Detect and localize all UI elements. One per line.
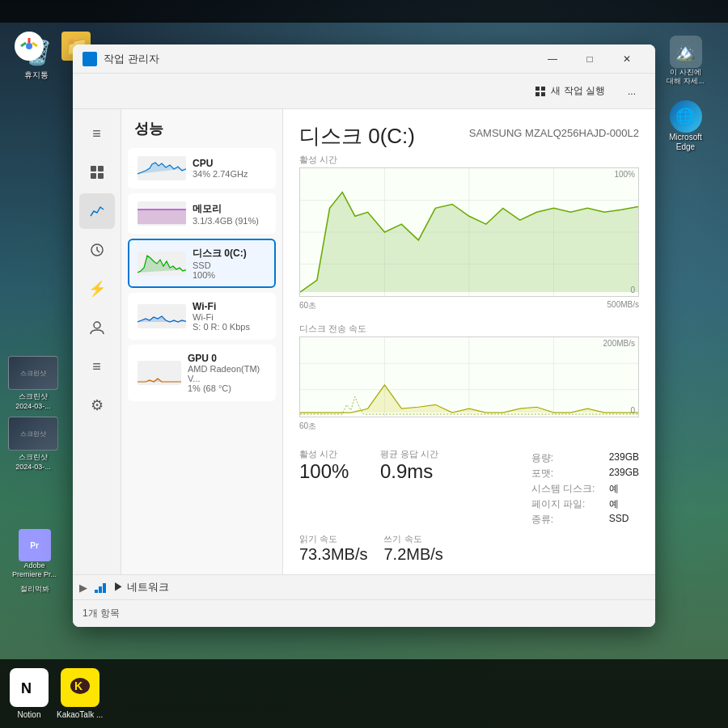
active-time-label: 활성 시간: [299, 154, 639, 166]
gpu-detail: AMD Radeon(TM) V...: [188, 364, 266, 383]
pagefile-key: 페이지 파일:: [531, 497, 596, 511]
network-row[interactable]: ▶ ▶ 네트워크: [73, 575, 655, 599]
svg-text:K: K: [74, 679, 83, 692]
edge-icon[interactable]: 🌐 MicrosoftEdge: [659, 97, 712, 155]
sidebar-item-performance[interactable]: [79, 193, 115, 229]
disk-main-title: 디스크 0(C:): [299, 122, 415, 150]
active-time-stat: 활성 시간 100%: [299, 448, 364, 528]
chrome-icon-desktop[interactable]: [8, 28, 50, 66]
avg-response-value: 0.9ms: [380, 460, 445, 483]
read-speed-value: 73.3MB/s: [299, 545, 367, 564]
new-task-button[interactable]: 새 작업 실행: [528, 81, 612, 101]
perf-item-cpu[interactable]: CPU 34% 2.74GHz: [128, 148, 276, 188]
notion-taskbar-icon[interactable]: N Notion: [10, 668, 49, 719]
maximize-button[interactable]: □: [571, 47, 608, 71]
sidebar-item-processes[interactable]: [79, 154, 115, 190]
disk-title-row: 디스크 0(C:) SAMSUNG MZALQ256HAJD-000L2: [299, 122, 639, 150]
svg-rect-12: [91, 173, 96, 179]
adobe-premiere-icon[interactable]: Pr AdobePremiere Pr...: [8, 526, 61, 582]
svg-rect-5: [91, 60, 95, 64]
chart2-labels: 60초: [299, 421, 639, 438]
svg-point-15: [94, 322, 100, 328]
task-manager-window: 작업 관리자 — □ ✕ 새 작업 실행 ...: [73, 44, 655, 627]
sidebar-item-apphistory[interactable]: [79, 232, 115, 268]
memory-mini-chart: [138, 201, 186, 226]
type-row: 종류: SSD: [531, 513, 639, 527]
perf-item-gpu[interactable]: GPU 0 AMD Radeon(TM) V... 1% (68 °C): [128, 345, 276, 401]
panel-title: 성능: [128, 119, 276, 138]
svg-rect-7: [541, 87, 545, 91]
kakao-taskbar-icon[interactable]: K KakaoTalk ...: [57, 668, 103, 719]
systemdisk-row: 시스템 디스크: 예: [531, 482, 639, 496]
avg-response-label: 평균 응답 시간: [380, 448, 445, 460]
info-table: 용량: 239GB 포맷: 239GB 시스템 디스크: 예 페이지 파일:: [531, 451, 639, 528]
memory-name: 메모리: [193, 202, 259, 216]
chart2-min: 0: [630, 406, 635, 415]
gpu-detail2: 1% (68 °C): [188, 383, 266, 393]
adobe-icon-area: Pr AdobePremiere Pr... 절리먹봐: [8, 526, 61, 595]
speed-row: 읽기 속도 73.3MB/s 쓰기 속도 7.2MB/s: [299, 533, 639, 564]
type-key: 종류:: [531, 513, 596, 527]
disk-model: SAMSUNG MZALQ256HAJD-000L2: [469, 122, 639, 139]
sidebar-item-settings[interactable]: ⚙: [79, 387, 115, 423]
write-speed-value: 7.2MB/s: [383, 545, 448, 564]
read-speed-label: 읽기 속도: [299, 533, 367, 545]
read-speed-stat: 읽기 속도 73.3MB/s: [299, 533, 367, 564]
sidebar-item-startup[interactable]: ⚡: [79, 271, 115, 307]
perf-item-wifi[interactable]: Wi-Fi Wi-Fi S: 0 R: 0 Kbps: [128, 293, 276, 340]
type-val: SSD: [609, 513, 629, 527]
window-controls[interactable]: — □ ✕: [534, 47, 645, 71]
title-bar-text: 작업 관리자: [104, 52, 534, 66]
pagefile-val: 예: [609, 497, 619, 511]
chart2-time: 60초: [299, 421, 316, 432]
active-time-chart: 100% 0: [299, 167, 639, 297]
memory-detail: 3.1/3.4GB (91%): [193, 216, 259, 226]
svg-rect-10: [91, 166, 96, 171]
sidebar-item-details[interactable]: ≡: [79, 349, 115, 384]
perf-item-memory[interactable]: 메모리 3.1/3.4GB (91%): [128, 193, 276, 234]
main-content: ≡: [73, 109, 655, 574]
sidebar-item-users[interactable]: [79, 310, 115, 345]
left-panel: 성능 CPU 34% 2.74GHz: [121, 109, 283, 574]
kakao-svg: K: [68, 675, 92, 700]
close-button[interactable]: ✕: [608, 47, 645, 71]
capacity-row: 용량: 239GB: [531, 451, 639, 465]
avg-response-stat: 평균 응답 시간 0.9ms: [380, 448, 445, 528]
svg-rect-16: [138, 210, 186, 224]
svg-rect-4: [85, 60, 89, 64]
screenshot-item-2[interactable]: 스크린샷 스크린샷2024-03-...: [8, 417, 58, 471]
format-key: 포맷:: [531, 467, 596, 480]
photo-info-icon[interactable]: 🏔️ 이 사진에대해 자세...: [659, 32, 712, 89]
perf-item-disk[interactable]: 디스크 0(C:) SSD 100%: [128, 239, 276, 288]
trash-label: 휴지통: [24, 70, 49, 80]
disk-pct: 100%: [193, 270, 247, 280]
systemdisk-val: 예: [609, 482, 619, 496]
svg-rect-31: [99, 586, 102, 593]
disk-ssd: SSD: [193, 260, 247, 270]
sidebar: ≡: [73, 109, 121, 574]
desktop: 🗑️ 휴지통 📁 🏔️ 이 사진에대해 자세...: [0, 0, 728, 728]
notion-svg: N: [17, 675, 41, 700]
write-speed-stat: 쓰기 속도 7.2MB/s: [383, 533, 448, 564]
format-val: 239GB: [609, 467, 639, 480]
chart2-max: 200MB/s: [603, 339, 635, 348]
svg-rect-32: [103, 583, 106, 593]
write-speed-label: 쓰기 속도: [383, 533, 448, 545]
svg-rect-9: [541, 92, 545, 96]
adobe-label: AdobePremiere Pr...: [12, 561, 57, 579]
top-bar: [0, 0, 728, 23]
title-bar[interactable]: 작업 관리자 — □ ✕: [73, 44, 655, 74]
notion-label: Notion: [18, 710, 41, 719]
chart1-labels: 60초 500MB/s: [299, 300, 639, 318]
minimize-button[interactable]: —: [534, 47, 571, 71]
screenshot-item-1[interactable]: 스크린샷 스크린샷2024-03-...: [8, 356, 58, 410]
bottom-area: ▶ ▶ 네트워크: [73, 574, 655, 599]
wifi-detail: Wi-Fi: [193, 312, 250, 322]
active-time-stat-label: 활성 시간: [299, 448, 364, 460]
disk-mini-chart: [138, 252, 186, 276]
more-button[interactable]: ...: [621, 83, 642, 100]
sidebar-item-menu[interactable]: ≡: [79, 116, 115, 151]
new-task-label: 새 작업 실행: [551, 84, 605, 98]
item-count: 1개 항목: [73, 599, 655, 627]
edge-label: MicrosoftEdge: [669, 133, 702, 152]
